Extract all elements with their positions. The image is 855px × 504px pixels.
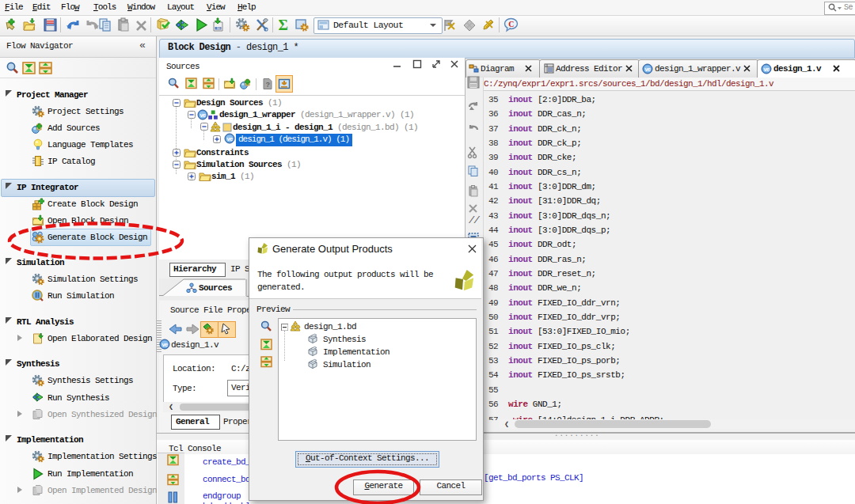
svg-text:Σ: Σ [279,17,288,32]
svg-text:C: C [508,20,514,28]
svg-text:?: ? [266,81,270,89]
svg-text:100: 100 [216,27,220,30]
